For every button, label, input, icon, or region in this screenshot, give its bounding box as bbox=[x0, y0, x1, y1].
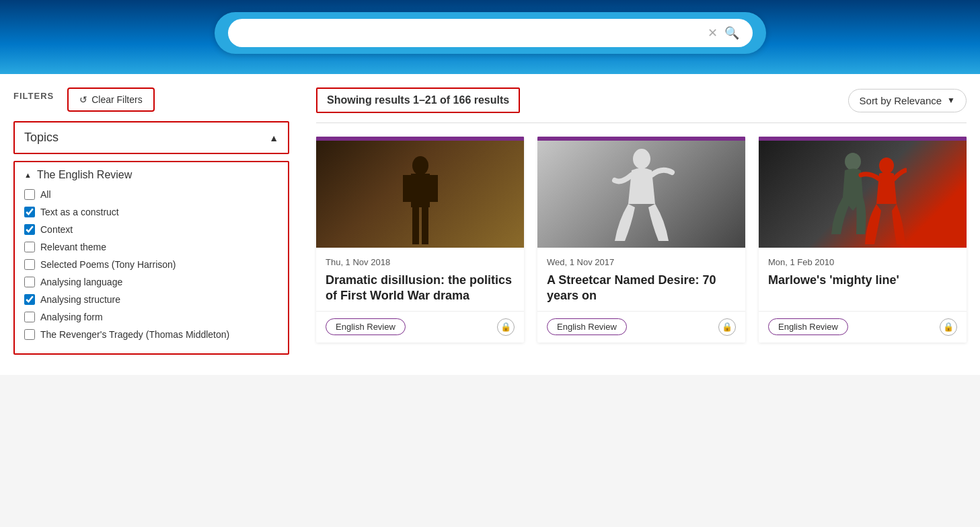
checkbox-analysing-structure-label: Analysing structure bbox=[40, 294, 120, 305]
page-header: Drama ✕ 🔍 bbox=[0, 0, 980, 74]
clear-search-icon[interactable]: ✕ bbox=[708, 26, 718, 40]
card-2-date: Wed, 1 Nov 2017 bbox=[547, 257, 736, 267]
checkbox-context[interactable]: Context bbox=[24, 224, 278, 235]
refresh-icon: ↺ bbox=[79, 94, 87, 105]
checkbox-revengers-tragedy-label: The Revenger's Tragedy (Thomas Middleton… bbox=[40, 329, 229, 340]
clear-filters-button[interactable]: ↺ Clear Filters bbox=[67, 87, 154, 112]
results-count-text: Showing results 1–21 of 166 results bbox=[327, 94, 509, 106]
card-3-date: Mon, 1 Feb 2010 bbox=[768, 257, 957, 267]
checkbox-text-construct[interactable]: Text as a construct bbox=[24, 207, 278, 217]
cards-grid: Thu, 1 Nov 2018 Dramatic disillusion: th… bbox=[316, 137, 967, 343]
svg-rect-4 bbox=[412, 207, 419, 244]
checkbox-analysing-language-label: Analysing language bbox=[40, 277, 122, 287]
checkbox-relevant-theme[interactable]: Relevant theme bbox=[24, 242, 278, 252]
checkbox-selected-poems-label: Selected Poems (Tony Harrison) bbox=[40, 259, 176, 270]
card-3-body: Mon, 1 Feb 2010 Marlowe's 'mighty line' bbox=[759, 248, 967, 311]
card-3-footer: English Review 🔒 bbox=[759, 311, 967, 343]
checkbox-analysing-language[interactable]: Analysing language bbox=[24, 277, 278, 287]
card-1-lock-icon: 🔒 bbox=[497, 318, 515, 336]
english-review-text: The English Review bbox=[37, 169, 132, 181]
card-3-figure bbox=[819, 147, 907, 248]
card-3-top-bar bbox=[759, 137, 967, 141]
card-2-top-bar bbox=[537, 137, 745, 141]
checkbox-analysing-language-input[interactable] bbox=[24, 277, 35, 287]
checkbox-analysing-structure-input[interactable] bbox=[24, 294, 35, 305]
svg-point-7 bbox=[845, 153, 861, 170]
checkbox-relevant-theme-input[interactable] bbox=[24, 242, 35, 252]
checkbox-analysing-form-label: Analysing form bbox=[40, 312, 103, 322]
search-wrapper: Drama ✕ 🔍 bbox=[215, 12, 766, 54]
checkbox-text-construct-input[interactable] bbox=[24, 207, 35, 217]
checkbox-all[interactable]: All bbox=[24, 189, 278, 200]
card-1[interactable]: Thu, 1 Nov 2018 Dramatic disillusion: th… bbox=[316, 137, 524, 343]
svg-rect-3 bbox=[430, 175, 438, 202]
checkbox-selected-poems[interactable]: Selected Poems (Tony Harrison) bbox=[24, 259, 278, 270]
topics-label: Topics bbox=[24, 131, 59, 145]
svg-point-8 bbox=[879, 157, 894, 174]
card-3-lock-icon: 🔒 bbox=[940, 318, 957, 336]
card-2-image bbox=[537, 137, 745, 248]
card-1-body: Thu, 1 Nov 2018 Dramatic disillusion: th… bbox=[316, 248, 524, 311]
sort-label: Sort by Relevance bbox=[860, 95, 942, 106]
topics-collapse-icon: ▲ bbox=[269, 133, 278, 143]
topics-section: Topics ▲ bbox=[13, 121, 289, 154]
svg-rect-1 bbox=[411, 174, 430, 207]
checkbox-context-label: Context bbox=[40, 224, 73, 235]
english-review-section: ▲ The English Review All Text as a const… bbox=[13, 161, 289, 355]
card-1-figure bbox=[393, 153, 447, 248]
checkbox-all-label: All bbox=[40, 189, 51, 200]
svg-point-6 bbox=[633, 149, 650, 169]
card-2-footer: English Review 🔒 bbox=[537, 311, 745, 343]
main-content: FILTERS ↺ Clear Filters Topics ▲ ▲ The E… bbox=[0, 74, 980, 375]
card-1-top-bar bbox=[316, 137, 524, 141]
sidebar: FILTERS ↺ Clear Filters Topics ▲ ▲ The E… bbox=[13, 87, 303, 361]
checkbox-context-input[interactable] bbox=[24, 224, 35, 235]
checkbox-analysing-form-input[interactable] bbox=[24, 312, 35, 322]
topics-header[interactable]: Topics ▲ bbox=[15, 122, 288, 153]
card-2-figure bbox=[608, 147, 675, 248]
results-header: Showing results 1–21 of 166 results Sort… bbox=[316, 87, 967, 123]
checkbox-revengers-tragedy[interactable]: The Revenger's Tragedy (Thomas Middleton… bbox=[24, 329, 278, 340]
checkbox-text-construct-label: Text as a construct bbox=[40, 207, 119, 217]
card-1-tag: English Review bbox=[326, 318, 406, 335]
card-1-image bbox=[316, 137, 524, 248]
english-review-label: ▲ The English Review bbox=[24, 169, 278, 181]
checkbox-analysing-form[interactable]: Analysing form bbox=[24, 312, 278, 322]
checkbox-relevant-theme-label: Relevant theme bbox=[40, 242, 106, 252]
card-1-footer: English Review 🔒 bbox=[316, 311, 524, 343]
card-2[interactable]: Wed, 1 Nov 2017 A Streetcar Named Desire… bbox=[537, 137, 745, 343]
sort-dropdown[interactable]: Sort by Relevance ▼ bbox=[848, 89, 967, 112]
english-review-collapse-icon: ▲ bbox=[24, 171, 32, 179]
search-input[interactable]: Drama bbox=[241, 26, 701, 40]
card-3-title: Marlowe's 'mighty line' bbox=[768, 273, 957, 304]
card-2-body: Wed, 1 Nov 2017 A Streetcar Named Desire… bbox=[537, 248, 745, 311]
results-area: Showing results 1–21 of 166 results Sort… bbox=[303, 87, 967, 361]
svg-rect-5 bbox=[422, 207, 428, 244]
search-bar: Drama ✕ 🔍 bbox=[228, 19, 753, 47]
checkbox-selected-poems-input[interactable] bbox=[24, 259, 35, 270]
search-icon[interactable]: 🔍 bbox=[724, 26, 739, 40]
card-3-image bbox=[759, 137, 967, 248]
checkbox-all-input[interactable] bbox=[24, 189, 35, 200]
card-1-date: Thu, 1 Nov 2018 bbox=[326, 257, 515, 267]
svg-point-0 bbox=[412, 156, 428, 175]
card-2-title: A Streetcar Named Desire: 70 years on bbox=[547, 273, 736, 304]
clear-filters-label: Clear Filters bbox=[91, 94, 142, 105]
checkbox-analysing-structure[interactable]: Analysing structure bbox=[24, 294, 278, 305]
checkbox-revengers-tragedy-input[interactable] bbox=[24, 329, 35, 340]
card-3[interactable]: Mon, 1 Feb 2010 Marlowe's 'mighty line' … bbox=[759, 137, 967, 343]
filters-header-row: FILTERS ↺ Clear Filters bbox=[13, 87, 289, 112]
card-2-tag: English Review bbox=[547, 318, 627, 335]
card-1-title: Dramatic disillusion: the politics of Fi… bbox=[326, 273, 515, 304]
filters-label: FILTERS bbox=[13, 91, 54, 101]
card-3-tag: English Review bbox=[768, 318, 848, 335]
results-count-badge: Showing results 1–21 of 166 results bbox=[316, 87, 520, 113]
card-2-lock-icon: 🔒 bbox=[718, 318, 736, 336]
svg-rect-2 bbox=[403, 175, 411, 202]
chevron-down-icon: ▼ bbox=[947, 96, 955, 105]
